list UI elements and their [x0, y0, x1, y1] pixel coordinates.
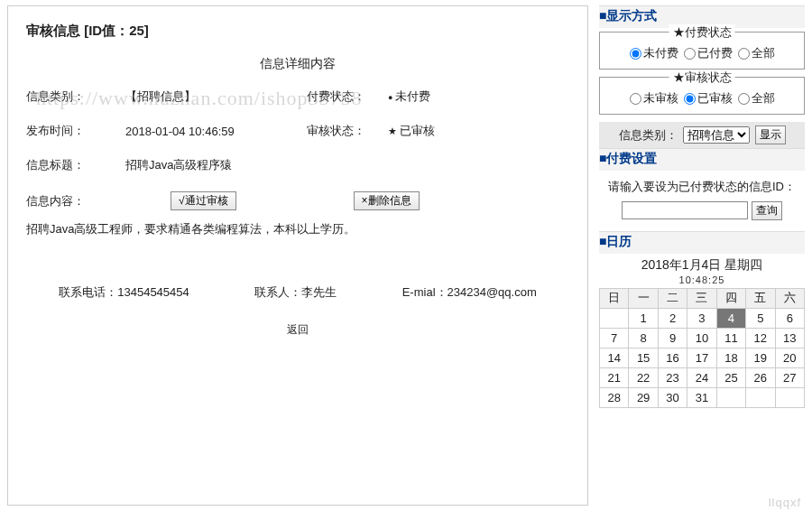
calendar-day[interactable]: 2 — [658, 308, 687, 328]
calendar-day[interactable]: 7 — [600, 328, 629, 348]
calendar-day[interactable]: 6 — [775, 308, 804, 328]
calendar-day[interactable] — [746, 387, 775, 407]
calendar-day[interactable]: 4 — [716, 308, 745, 328]
weekday-header: 日 — [600, 288, 629, 308]
calendar-day[interactable]: 17 — [687, 348, 716, 367]
radio-unaudited[interactable]: 未审核 — [630, 90, 678, 107]
content-text: 招聘Java高级工程师，要求精通各类编程算法，本科以上学历。 — [26, 219, 569, 239]
calendar-day[interactable]: 19 — [746, 348, 775, 367]
contact-row: 联系电话：13454545454 联系人：李先生 E-mial：234234@q… — [26, 284, 569, 301]
radio-pay-all[interactable]: 全部 — [738, 45, 775, 61]
calendar-day[interactable]: 23 — [658, 367, 687, 387]
calendar-day[interactable]: 22 — [629, 367, 658, 387]
calendar-time: 10:48:25 — [599, 274, 805, 285]
calendar-day[interactable] — [716, 387, 745, 407]
radio-paid[interactable]: 已付费 — [684, 45, 733, 61]
main-panel: 审核信息 [ID值：25] 信息详细内容 信息类别： 【招聘信息】 付费状态： … — [7, 5, 588, 506]
contact-phone: 联系电话：13454545454 — [59, 284, 189, 301]
calendar-day[interactable]: 13 — [775, 328, 804, 348]
calendar-day[interactable]: 3 — [687, 308, 716, 328]
page-title: 审核信息 [ID值：25] — [26, 23, 569, 40]
calendar-head: ■日历 — [599, 231, 805, 254]
weekday-header: 三 — [687, 288, 716, 308]
pay-status-fieldset: ★付费状态 未付费 已付费 全部 — [599, 32, 805, 70]
weekday-header: 五 — [746, 288, 775, 308]
delete-button[interactable]: ×删除信息 — [354, 191, 420, 210]
calendar-day[interactable] — [775, 387, 804, 407]
show-button[interactable]: 显示 — [755, 125, 786, 144]
audit-status-fieldset: ★审核状态 未审核 已审核 全部 — [599, 77, 805, 115]
value-auditstatus: 已审核 — [388, 123, 569, 139]
weekday-header: 一 — [629, 288, 658, 308]
radio-unpaid[interactable]: 未付费 — [630, 45, 678, 61]
side-panel: ■显示方式 ★付费状态 未付费 已付费 全部 ★审核状态 未审核 已审核 全部 … — [599, 5, 805, 506]
calendar-day[interactable]: 28 — [600, 387, 629, 407]
approve-button[interactable]: √通过审核 — [171, 191, 236, 210]
value-subject: 招聘Java高级程序猿 — [125, 157, 307, 173]
category-label: 信息类别： — [619, 127, 678, 144]
contact-person: 联系人：李先生 — [254, 284, 337, 301]
pay-legend: ★付费状态 — [669, 24, 735, 41]
weekday-header: 六 — [775, 288, 804, 308]
calendar-table: 日一二三四五六 12345678910111213141516171819202… — [599, 288, 805, 408]
calendar-day[interactable]: 24 — [687, 367, 716, 387]
category-row: 信息类别： 招聘信息 显示 — [599, 122, 805, 148]
label-paystatus: 付费状态： — [307, 88, 388, 105]
category-select[interactable]: 招聘信息 — [683, 126, 750, 144]
pay-id-input[interactable] — [622, 201, 748, 219]
calendar-day[interactable] — [600, 308, 629, 328]
weekday-header: 二 — [658, 288, 687, 308]
label-category: 信息类别： — [26, 88, 125, 105]
radio-audited[interactable]: 已审核 — [684, 90, 733, 107]
value-paystatus: 未付费 — [388, 88, 569, 105]
value-pubtime: 2018-01-04 10:46:59 — [125, 125, 307, 138]
calendar-day[interactable]: 12 — [746, 328, 775, 348]
info-grid: 信息类别： 【招聘信息】 付费状态： 未付费 发布时间： 2018-01-04 … — [26, 88, 569, 210]
label-subject: 信息标题： — [26, 157, 125, 173]
calendar-day[interactable]: 30 — [658, 387, 687, 407]
calendar-day[interactable]: 26 — [746, 367, 775, 387]
calendar-day[interactable]: 21 — [600, 367, 629, 387]
paysetting-head: ■付费设置 — [599, 148, 805, 171]
calendar-day[interactable]: 11 — [716, 328, 745, 348]
section-header: 信息详细内容 — [26, 56, 569, 72]
calendar-title: 2018年1月4日 星期四 — [599, 257, 805, 274]
calendar-day[interactable]: 15 — [629, 348, 658, 367]
contact-email: E-mial：234234@qq.com — [402, 284, 537, 301]
calendar-day[interactable]: 25 — [716, 367, 745, 387]
weekday-header: 四 — [716, 288, 745, 308]
calendar-day[interactable]: 27 — [775, 367, 804, 387]
calendar-day[interactable]: 29 — [629, 387, 658, 407]
label-content: 信息内容： — [26, 193, 125, 209]
calendar-day[interactable]: 14 — [600, 348, 629, 367]
calendar-day[interactable]: 5 — [746, 308, 775, 328]
query-button[interactable]: 查询 — [752, 201, 782, 220]
pay-desc: 请输入要设为已付费状态的信息ID： — [603, 178, 801, 196]
calendar-day[interactable]: 16 — [658, 348, 687, 367]
calendar-day[interactable]: 1 — [629, 308, 658, 328]
calendar-day[interactable]: 10 — [687, 328, 716, 348]
audit-legend: ★审核状态 — [669, 70, 735, 86]
radio-audit-all[interactable]: 全部 — [738, 90, 775, 107]
calendar-day[interactable]: 18 — [716, 348, 745, 367]
calendar-day[interactable]: 8 — [629, 328, 658, 348]
calendar-day[interactable]: 20 — [775, 348, 804, 367]
calendar-day[interactable]: 9 — [658, 328, 687, 348]
label-auditstatus: 审核状态： — [307, 123, 388, 139]
back-link[interactable]: 返回 — [287, 323, 309, 336]
label-pubtime: 发布时间： — [26, 123, 125, 139]
value-category: 【招聘信息】 — [125, 88, 307, 105]
calendar-day[interactable]: 31 — [687, 387, 716, 407]
